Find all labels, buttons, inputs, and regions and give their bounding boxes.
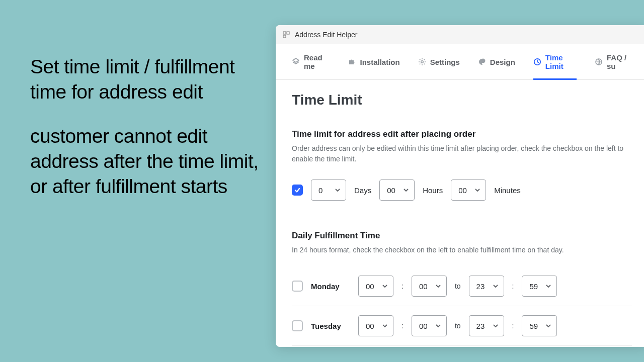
- monday-to-min[interactable]: 59: [522, 276, 557, 297]
- layers-icon: [292, 58, 300, 66]
- tab-design[interactable]: Design: [478, 53, 515, 80]
- to-label: to: [455, 282, 461, 290]
- colon-separator: :: [401, 282, 404, 290]
- time-limit-desc: Order address can only be edited within …: [292, 143, 632, 164]
- tab-label: Installation: [360, 58, 399, 66]
- monday-from-hour[interactable]: 00: [358, 276, 393, 297]
- svg-rect-1: [287, 32, 289, 34]
- time-limit-title: Time limit for address edit after placin…: [292, 129, 632, 139]
- fulfillment-desc: In 24 hours format, check the checkbox o…: [292, 245, 632, 255]
- chevron-down-icon: [382, 282, 388, 291]
- app-icon: [283, 31, 290, 38]
- tuesday-from-min[interactable]: 00: [412, 315, 447, 336]
- tab-label: Read me: [304, 53, 330, 70]
- tuesday-checkbox[interactable]: [292, 320, 303, 331]
- hours-label: Hours: [423, 186, 443, 195]
- time-limit-section: Time limit for address edit after placin…: [292, 129, 632, 211]
- colon-separator: :: [512, 282, 514, 290]
- page-title: Time Limit: [292, 92, 632, 108]
- promo-paragraph-2: customer cannot edit address after the t…: [30, 124, 267, 199]
- tuesday-to-hour[interactable]: 23: [469, 315, 504, 336]
- fulfillment-title: Daily Fulfillment Time: [292, 231, 632, 241]
- fulfillment-section: Daily Fulfillment Time In 24 hours forma…: [292, 231, 632, 346]
- tab-label: Settings: [430, 58, 460, 66]
- promo-text: Set time limit / fulfillment time for ad…: [30, 54, 267, 199]
- titlebar: Address Edit Helper: [276, 25, 644, 44]
- chevron-down-icon: [382, 322, 388, 330]
- svg-rect-2: [283, 35, 286, 38]
- monday-to-hour[interactable]: 23: [469, 276, 504, 297]
- colon-separator: :: [401, 322, 404, 330]
- tab-label: Time Limit: [545, 53, 577, 70]
- chevron-down-icon: [474, 186, 480, 195]
- days-label: Days: [354, 186, 371, 195]
- titlebar-title: Address Edit Helper: [295, 31, 358, 39]
- app-window: Address Edit Helper Read me Installation…: [276, 25, 644, 347]
- minutes-select[interactable]: 00: [451, 179, 486, 201]
- palette-icon: [478, 58, 486, 66]
- gear-icon: [418, 58, 426, 66]
- monday-from-min[interactable]: 00: [412, 276, 447, 297]
- days-select[interactable]: 0: [311, 179, 346, 201]
- globe-icon: [595, 58, 603, 66]
- chevron-down-icon: [545, 282, 551, 291]
- tuesday-from-hour[interactable]: 00: [358, 315, 393, 336]
- chevron-down-icon: [435, 322, 441, 330]
- promo-paragraph-1: Set time limit / fulfillment time for ad…: [30, 54, 267, 105]
- day-row-tuesday: Tuesday 00 : 00 to 23 : 59: [292, 306, 632, 346]
- day-row-monday: Monday 00 : 00 to 23 : 59: [292, 266, 632, 306]
- puzzle-icon: [348, 58, 356, 66]
- content-area: Time Limit Time limit for address edit a…: [276, 80, 644, 347]
- chevron-down-icon: [335, 186, 341, 195]
- tab-label: Design: [490, 58, 515, 66]
- tuesday-to-min[interactable]: 59: [522, 315, 557, 336]
- tab-read-me[interactable]: Read me: [292, 53, 330, 80]
- svg-point-3: [421, 61, 423, 63]
- chevron-down-icon: [493, 282, 499, 291]
- chevron-down-icon: [545, 322, 551, 330]
- clock-icon: [533, 58, 541, 66]
- tab-bar: Read me Installation Settings Design Tim…: [276, 44, 644, 80]
- time-limit-checkbox[interactable]: [292, 185, 303, 196]
- tab-time-limit[interactable]: Time Limit: [533, 53, 577, 80]
- chevron-down-icon: [493, 322, 499, 330]
- tab-faq[interactable]: FAQ / su: [595, 53, 632, 80]
- svg-rect-0: [283, 32, 286, 34]
- tab-installation[interactable]: Installation: [348, 53, 399, 80]
- tab-settings[interactable]: Settings: [418, 53, 460, 80]
- hours-value: 00: [387, 186, 395, 195]
- time-limit-row: 0 Days 00 Hours 00 Minutes: [292, 175, 632, 211]
- to-label: to: [455, 322, 461, 330]
- colon-separator: :: [512, 322, 514, 330]
- monday-checkbox[interactable]: [292, 281, 303, 292]
- tab-label: FAQ / su: [607, 53, 632, 70]
- monday-label: Monday: [311, 282, 350, 291]
- chevron-down-icon: [403, 186, 409, 195]
- minutes-label: Minutes: [494, 186, 521, 195]
- hours-select[interactable]: 00: [379, 179, 415, 201]
- chevron-down-icon: [435, 282, 441, 291]
- minutes-value: 00: [458, 186, 467, 195]
- days-value: 0: [318, 186, 323, 195]
- tuesday-label: Tuesday: [311, 322, 350, 330]
